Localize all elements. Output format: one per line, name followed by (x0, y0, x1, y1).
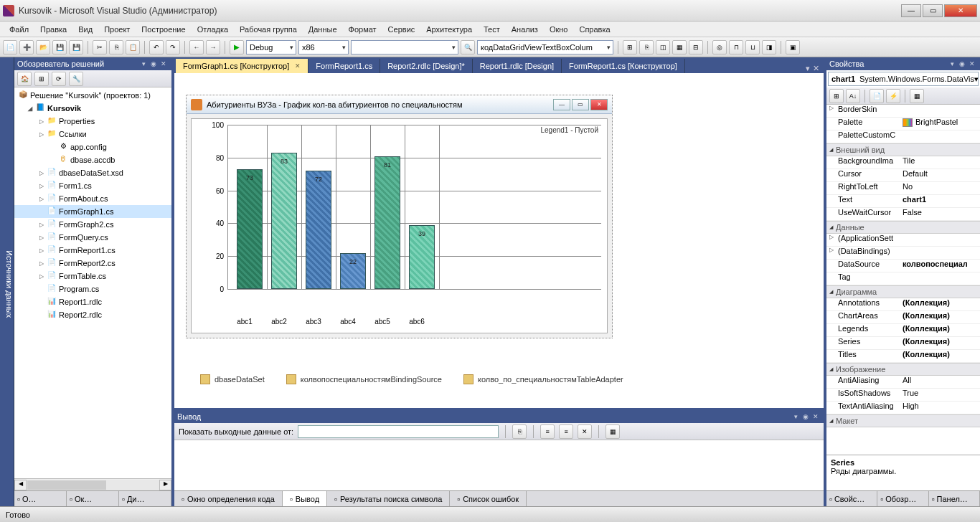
prop-TextAntiAliasing[interactable]: TextAntiAliasingHigh (826, 402, 980, 414)
property-grid[interactable]: ▷BorderSkinPaletteBrightPastelPaletteCus… (826, 105, 980, 455)
menu-Сервис[interactable]: Сервис (383, 24, 420, 35)
prop-Legends[interactable]: Legends(Коллекция) (826, 324, 980, 337)
menu-Архитектура[interactable]: Архитектура (421, 24, 477, 35)
bc-tab[interactable]: ▫Вывод (283, 491, 327, 506)
menu-Вид[interactable]: Вид (73, 24, 98, 35)
tree-item-dbaseDataSet.xsd[interactable]: ▷📄dbaseDataSet.xsd (14, 166, 171, 179)
tree-item-FormGraph2.cs[interactable]: ▷📄FormGraph2.cs (14, 218, 171, 231)
tool-icon-2[interactable]: ⎘ (639, 40, 654, 54)
prop-category[interactable]: Изображение (826, 363, 980, 376)
bl-tab-2[interactable]: ▫Ди… (119, 491, 171, 506)
out-icon-1[interactable]: ⎘ (512, 424, 527, 439)
prop-RightToLeft[interactable]: RightToLeftNo (826, 182, 980, 195)
maximize-button[interactable]: ▭ (923, 4, 943, 17)
doc-tab[interactable]: FormReport1.cs (308, 59, 380, 73)
prop-PaletteCustomC[interactable]: PaletteCustomC (826, 130, 980, 143)
tree-item-Report1.rdlc[interactable]: 📊Report1.rdlc (14, 295, 171, 308)
minimize-button[interactable]: — (901, 4, 921, 17)
save-all-icon[interactable]: 💾 (69, 40, 83, 54)
component[interactable]: dbaseDataSet (200, 374, 265, 384)
tree-item-Report2.rdlc[interactable]: 📊Report2.rdlc (14, 308, 171, 321)
menu-Окно[interactable]: Окно (545, 24, 573, 35)
property-object-combo[interactable]: chart1System.Windows.Forms.DataVis▾ (828, 72, 979, 86)
menu-Проект[interactable]: Проект (99, 24, 135, 35)
doc-tab[interactable]: FormReport1.cs [Конструктор] (562, 59, 685, 73)
br-tab-0[interactable]: ▫Свойс… (826, 491, 877, 506)
pin-icon[interactable]: ◉ (957, 60, 967, 67)
tree-item-FormReport2.cs[interactable]: ▷📄FormReport2.cs (14, 257, 171, 270)
tree-item-Program.cs[interactable]: 📄Program.cs (14, 283, 171, 295)
prop-DataSource[interactable]: DataSourceколвопоспециал (826, 260, 980, 272)
close-panel-icon[interactable]: ✕ (811, 413, 821, 420)
prop-Series[interactable]: Series(Коллекция) (826, 337, 980, 350)
prop-(DataBindings)[interactable]: ▷(DataBindings) (826, 247, 980, 260)
add-item-icon[interactable]: ➕ (19, 40, 34, 54)
prop-Tag[interactable]: Tag (826, 272, 980, 285)
doc-tab[interactable]: Report2.rdlc [Design]* (380, 59, 473, 73)
tool-icon-6[interactable]: ◎ (712, 40, 727, 54)
chart-control[interactable]: Legend1 - Пустой 02040608010073837222813… (191, 118, 608, 333)
dropdown-icon[interactable]: ▾ (947, 60, 957, 67)
categorized-icon[interactable]: ⊞ (829, 89, 844, 103)
data-sources-tab[interactable]: Источники данных (0, 57, 14, 506)
open-file-icon[interactable]: 📂 (36, 40, 50, 54)
prop-category[interactable]: Данные (826, 221, 980, 234)
dropdown-icon[interactable]: ▾ (791, 413, 801, 420)
menu-Отладка[interactable]: Отладка (192, 24, 233, 35)
component[interactable]: колво_по_специальностямTableAdapter (463, 374, 623, 384)
properties-icon[interactable]: 🔧 (69, 72, 83, 86)
prop-Titles[interactable]: Titles(Коллекция) (826, 350, 980, 363)
alpha-icon[interactable]: A↓ (846, 89, 860, 103)
bc-tab[interactable]: ▫Результаты поиска символа (327, 491, 450, 506)
prop-BackgroundIma[interactable]: BackgroundImaTile (826, 156, 980, 169)
menu-Построение[interactable]: Построение (136, 24, 190, 35)
prop-Palette[interactable]: PaletteBrightPastel (826, 118, 980, 130)
menu-Данные[interactable]: Данные (303, 24, 342, 35)
cut-icon[interactable]: ✂ (93, 40, 107, 54)
tree-item-dbase.accdb[interactable]: 🛢dbase.accdb (14, 153, 171, 166)
bc-tab[interactable]: ▫Список ошибок (450, 491, 527, 506)
tool-icon-3[interactable]: ◫ (656, 40, 670, 54)
prop-category[interactable]: Диаграмма (826, 285, 980, 298)
new-project-icon[interactable]: 📄 (3, 40, 17, 54)
prop-IsSoftShadows[interactable]: IsSoftShadowsTrue (826, 389, 980, 402)
prop-(ApplicationSett[interactable]: ▷(ApplicationSett (826, 234, 980, 247)
start-debug-button[interactable]: ▶ (230, 40, 244, 54)
hscrollbar[interactable]: ◀▶ (14, 478, 171, 490)
home-icon[interactable]: 🏠 (17, 72, 32, 86)
pin-icon[interactable]: ◉ (801, 413, 811, 420)
close-panel-icon[interactable]: ✕ (159, 60, 169, 67)
out-icon-3[interactable]: ≡ (559, 424, 573, 439)
prop-AntiAliasing[interactable]: AntiAliasingAll (826, 376, 980, 389)
platform-combo[interactable]: x86 (298, 40, 349, 54)
find-icon[interactable]: 🔍 (461, 40, 475, 54)
out-icon-4[interactable]: ✕ (578, 424, 592, 439)
doc-tab[interactable]: FormGraph1.cs [Конструктор]✕ (176, 59, 308, 73)
tool-icon-8[interactable]: ⊔ (745, 40, 760, 54)
prop-Text[interactable]: Textchart1 (826, 195, 980, 208)
nav-back-icon[interactable]: ← (189, 40, 204, 54)
tool-icon-10[interactable]: ▣ (786, 40, 800, 54)
bl-tab-0[interactable]: ▫О… (14, 491, 67, 506)
prop-BorderSkin[interactable]: ▷BorderSkin (826, 105, 980, 118)
output-source-combo[interactable] (298, 425, 499, 438)
prop-ChartAreas[interactable]: ChartAreas(Коллекция) (826, 311, 980, 324)
pin-icon[interactable]: ◉ (149, 60, 159, 67)
bc-tab[interactable]: ▫Окно определения кода (174, 491, 283, 506)
out-icon-2[interactable]: ≡ (540, 424, 555, 439)
tree-item-app.config[interactable]: ⚙app.config (14, 141, 171, 153)
redo-icon[interactable]: ↷ (166, 40, 180, 54)
tool-icon-5[interactable]: ⊟ (689, 40, 703, 54)
tree-item-Properties[interactable]: ▷📁Properties (14, 115, 171, 128)
tool-icon-4[interactable]: ▦ (672, 40, 687, 54)
menu-Анализ[interactable]: Анализ (507, 24, 543, 35)
menu-Правка[interactable]: Правка (35, 24, 72, 35)
tree-item-FormGraph1.cs[interactable]: 📄FormGraph1.cs (14, 205, 171, 218)
config-combo[interactable]: Debug (246, 40, 296, 54)
tool-icon-9[interactable]: ◨ (762, 40, 776, 54)
tree-item-FormReport1.cs[interactable]: ▷📄FormReport1.cs (14, 244, 171, 257)
prop-Cursor[interactable]: CursorDefault (826, 169, 980, 182)
br-tab-2[interactable]: ▫Панел… (929, 491, 980, 506)
refresh-icon[interactable]: ⟳ (52, 72, 66, 86)
show-all-icon[interactable]: ⊞ (34, 72, 49, 86)
